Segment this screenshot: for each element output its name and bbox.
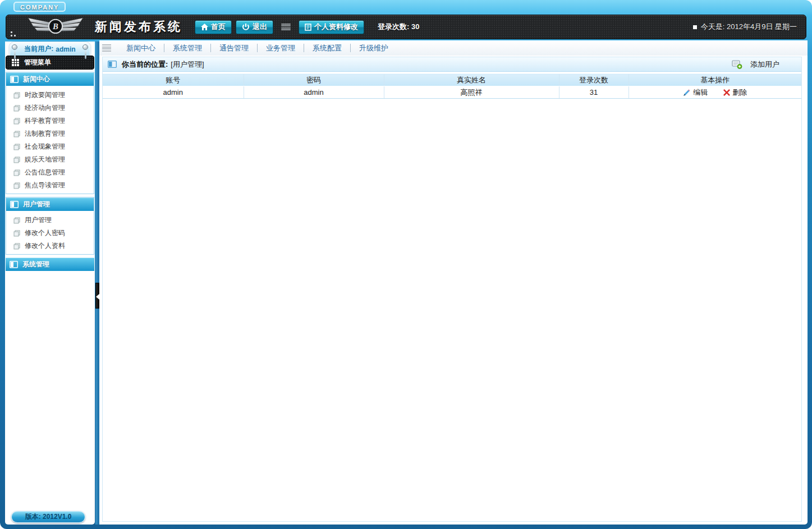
top-navigation: 新闻中心 系统管理 通告管理 业务管理 系统配置 升级维护 — [99, 40, 808, 56]
version-badge: 版本: 2012V1.0 — [11, 511, 85, 523]
sidebar-item-edit-profile[interactable]: 修改个人资料 — [6, 240, 94, 252]
delete-x-icon — [723, 89, 730, 96]
sidebar-item-label: 修改个人密码 — [25, 228, 65, 238]
add-user-icon — [732, 60, 742, 69]
breadcrumb-label: 你当前的位置: — [122, 59, 168, 70]
menu-lines-icon[interactable] — [281, 24, 291, 31]
table-header-row: 账号 密码 真实姓名 登录次数 基本操作 — [103, 74, 801, 86]
menu-group-system-management: 系统管理 — [6, 257, 94, 271]
column-header-real-name: 真实姓名 — [384, 74, 559, 86]
sidebar-item-economy-news[interactable]: 经济动向管理 — [6, 102, 94, 114]
users-table: 账号 密码 真实姓名 登录次数 基本操作 admin admin 高照祥 31 — [103, 73, 801, 99]
tab-system-management[interactable]: 系统管理 — [164, 43, 210, 53]
menu-group-news-center: 新闻中心 时政要闻管理 经济动向管理 科学教育管理 法制教育管理 — [6, 72, 94, 194]
breadcrumb-bar: 你当前的位置: [用户管理] 添加用户 — [103, 57, 801, 72]
sidebar-item-change-password[interactable]: 修改个人密码 — [6, 227, 94, 240]
sidebar-splitter[interactable] — [95, 42, 99, 525]
sidebar-item-entertainment[interactable]: 娱乐天地管理 — [6, 153, 94, 166]
breadcrumb-location: [用户管理] — [171, 59, 204, 70]
current-user-tab: 当前用户: admin — [10, 42, 90, 56]
group-header-label: 用户管理 — [23, 200, 50, 209]
edit-pencil-icon — [683, 89, 691, 96]
page-icon — [13, 105, 20, 112]
page-icon — [13, 217, 20, 224]
group-header-label: 新闻中心 — [23, 75, 50, 84]
add-user-button-label: 添加用户 — [750, 59, 779, 70]
cell-login-count: 31 — [559, 86, 629, 99]
profile-edit-button-label: 个人资料修改 — [314, 22, 358, 32]
tab-system-config[interactable]: 系统配置 — [304, 43, 350, 53]
sidebar-item-user-management[interactable]: 用户管理 — [6, 214, 94, 227]
page-icon — [13, 230, 20, 237]
tab-business-management[interactable]: 业务管理 — [258, 43, 304, 53]
sidebar-item-focus-guide[interactable]: 焦点导读管理 — [6, 179, 94, 192]
group-header-news-center[interactable]: 新闻中心 — [6, 72, 94, 86]
sidebar-item-label: 经济动向管理 — [25, 103, 65, 113]
home-button[interactable]: 首页 — [195, 20, 232, 34]
column-header-login-count: 登录次数 — [559, 74, 629, 86]
group-header-label: 系统管理 — [22, 260, 49, 269]
sidebar-item-announcements[interactable]: 公告信息管理 — [6, 166, 94, 179]
today-date: 今天是: 2012年4月9日 星期一 — [693, 22, 797, 32]
menu-lines-icon[interactable] — [102, 44, 111, 52]
brand-logo-icon: B — [26, 15, 85, 39]
delete-link[interactable]: 删除 — [723, 88, 747, 98]
group-header-user-management[interactable]: 用户管理 — [6, 197, 94, 211]
sidebar-item-label: 法制教育管理 — [25, 129, 65, 139]
grip-dots-icon — [11, 29, 19, 36]
app-window: COMPANY B 新闻发布系统 首 — [0, 0, 812, 529]
group-header-system-management[interactable]: 系统管理 — [6, 257, 94, 271]
column-header-actions: 基本操作 — [629, 74, 801, 86]
today-date-text: 今天是: 2012年4月9日 星期一 — [701, 22, 797, 32]
cell-password: admin — [244, 86, 384, 99]
pin-icon — [82, 44, 88, 50]
tab-news-center[interactable]: 新闻中心 — [118, 43, 164, 53]
group-items: 用户管理 修改个人密码 修改个人资料 — [6, 211, 94, 254]
home-icon — [201, 24, 208, 30]
sidebar-item-label: 用户管理 — [25, 215, 52, 225]
sidebar-collapse-handle[interactable] — [95, 283, 99, 309]
add-user-button[interactable]: 添加用户 — [732, 59, 779, 70]
sidebar-item-label: 时政要闻管理 — [25, 90, 65, 100]
column-header-password: 密码 — [244, 74, 384, 86]
logout-button[interactable]: 退出 — [236, 20, 273, 34]
svg-text:B: B — [52, 22, 58, 31]
page-icon — [13, 169, 20, 176]
profile-edit-button[interactable]: 个人资料修改 — [299, 20, 364, 34]
sidebar-item-politics-news[interactable]: 时政要闻管理 — [6, 89, 94, 102]
delete-link-label: 删除 — [732, 88, 747, 98]
company-badge: COMPANY — [13, 2, 66, 12]
page-icon — [13, 131, 20, 137]
sidebar-item-legal-education[interactable]: 法制教育管理 — [6, 127, 94, 140]
bullet-square-icon — [693, 25, 697, 29]
sidebar-item-label: 社会现象管理 — [25, 142, 65, 151]
group-items: 时政要闻管理 经济动向管理 科学教育管理 法制教育管理 社会现象管理 — [6, 86, 94, 194]
menu-group-user-management: 用户管理 用户管理 修改个人密码 修改个人资料 — [6, 197, 94, 255]
power-icon — [242, 23, 250, 31]
sidebar: 当前用户: admin 管理菜单 新闻中心 时政要闻管理 经济动向管理 — [5, 42, 95, 525]
page-icon — [13, 243, 20, 250]
page-icon — [13, 144, 20, 150]
login-count-value: 30 — [411, 22, 419, 31]
page-icon — [13, 118, 20, 125]
edit-link-label: 编辑 — [693, 88, 708, 98]
app-title: 新闻发布系统 — [95, 19, 182, 35]
tab-notice-management[interactable]: 通告管理 — [211, 43, 257, 53]
profile-doc-icon — [305, 24, 311, 31]
sidebar-item-science-education[interactable]: 科学教育管理 — [6, 114, 94, 127]
menu-title-bar: 管理菜单 — [6, 56, 94, 70]
cell-real-name: 高照祥 — [384, 86, 559, 99]
sidebar-item-label: 科学教育管理 — [25, 116, 65, 126]
main-area: 新闻中心 系统管理 通告管理 业务管理 系统配置 升级维护 你当前的位置: [用… — [99, 40, 808, 525]
header-bar: B 新闻发布系统 首页 退出 个人资料修改 登录次数: 30 — [6, 15, 806, 39]
edit-link[interactable]: 编辑 — [683, 88, 708, 98]
tab-upgrade-maintenance[interactable]: 升级维护 — [351, 43, 397, 53]
login-count: 登录次数: 30 — [378, 22, 419, 32]
page-icon — [13, 92, 20, 99]
table-row: admin admin 高照祥 31 — [103, 86, 801, 99]
window-icon — [108, 61, 117, 68]
login-count-label: 登录次数: — [378, 22, 409, 31]
sidebar-item-social-phenomena[interactable]: 社会现象管理 — [6, 140, 94, 153]
current-user-value: admin — [56, 45, 75, 53]
page-icon — [13, 182, 20, 189]
